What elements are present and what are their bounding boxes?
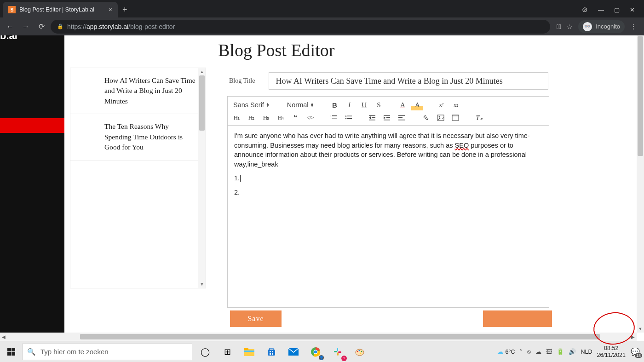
maximize-icon[interactable]: ▢: [614, 6, 620, 13]
font-size-select[interactable]: Normal ▲▼: [284, 101, 317, 109]
editor-content[interactable]: I'm sure anyone who has ever had to writ…: [228, 126, 549, 307]
font-family-select[interactable]: Sans Serif ▲▼: [230, 101, 272, 109]
text-color-button[interactable]: A: [397, 99, 408, 110]
svg-point-41: [357, 351, 358, 352]
underline-button[interactable]: U: [358, 99, 370, 110]
indent-button[interactable]: [381, 112, 393, 123]
minimize-icon[interactable]: —: [598, 6, 604, 13]
url-input[interactable]: 🔒 https://app.storylab.ai/blog-post-edit…: [51, 20, 550, 34]
input-lang-indicator[interactable]: NLD: [581, 349, 592, 355]
url-path: /blog-post-editor: [128, 23, 175, 30]
app-sidebar: b.ai uns or lline iption ine: [0, 35, 64, 341]
sidebar-item-active[interactable]: uns: [0, 118, 64, 133]
battery-saver-icon[interactable]: ⎋: [527, 348, 531, 355]
mail-icon[interactable]: [284, 343, 303, 361]
close-window-icon[interactable]: ✕: [630, 6, 635, 13]
sidebar-item[interactable]: iption: [0, 266, 64, 281]
close-tab-icon[interactable]: ×: [109, 6, 112, 13]
h2-button[interactable]: H₂: [245, 112, 257, 123]
search-icon: 🔍: [27, 348, 36, 356]
highlight-button[interactable]: A: [411, 99, 423, 110]
onedrive-icon[interactable]: ☁: [535, 348, 541, 355]
svg-rect-1: [332, 115, 337, 116]
cortana-icon[interactable]: ◯: [196, 343, 214, 361]
svg-rect-15: [384, 120, 390, 121]
back-button[interactable]: ←: [4, 20, 17, 33]
incognito-indicator[interactable]: 👓 Incognito: [578, 20, 625, 33]
scroll-right-icon[interactable]: ▶: [629, 333, 637, 341]
svg-rect-12: [384, 115, 390, 116]
strikethrough-button[interactable]: S: [373, 99, 385, 110]
start-button[interactable]: [0, 341, 22, 362]
task-view-icon[interactable]: ⊞: [218, 343, 236, 361]
kebab-menu-icon[interactable]: ⋮: [630, 23, 637, 30]
image-button[interactable]: [435, 112, 447, 123]
browser-tab[interactable]: S Blog Post Editor | StoryLab.ai ×: [3, 2, 118, 17]
eye-off-icon[interactable]: 👁̸: [557, 23, 561, 30]
new-tab-button[interactable]: +: [118, 2, 132, 17]
svg-rect-23: [244, 349, 254, 356]
blockquote-button[interactable]: ❝: [289, 112, 301, 123]
h1-button[interactable]: H₁: [230, 112, 242, 123]
chevron-up-icon[interactable]: ˄: [519, 348, 523, 355]
save-button[interactable]: Save: [230, 310, 282, 327]
align-button[interactable]: [396, 112, 408, 123]
outline-list-panel: How AI Writers Can Save Time and Write a…: [70, 68, 206, 288]
scroll-thumb[interactable]: [80, 334, 600, 339]
star-icon[interactable]: ☆: [567, 23, 573, 30]
horizontal-scrollbar[interactable]: ◀ ▶: [0, 333, 637, 341]
action-center-icon[interactable]: 💬18: [630, 347, 640, 357]
scroll-up-icon[interactable]: ▲: [198, 68, 206, 75]
svg-point-6: [345, 118, 347, 120]
scroll-down-icon[interactable]: ▼: [637, 325, 644, 333]
link-button[interactable]: [420, 112, 432, 123]
svg-rect-36: [337, 348, 338, 351]
paint-icon[interactable]: [351, 343, 369, 361]
svg-rect-18: [398, 120, 405, 121]
outline-scrollbar[interactable]: ▲ ▼: [198, 68, 206, 288]
bold-button[interactable]: B: [328, 99, 340, 110]
taskbar-search[interactable]: 🔍 Typ hier om te zoeken: [22, 344, 192, 360]
taskbar-pinned-apps: ◯ ⊞ 👤 1: [196, 343, 369, 361]
volume-icon[interactable]: 🔊: [569, 348, 576, 355]
outline-item[interactable]: The Ten Reasons Why Spending Time Outdoo…: [70, 114, 206, 160]
reload-button[interactable]: ⟳: [35, 20, 48, 33]
clear-format-button[interactable]: Tₓ: [473, 112, 485, 123]
ms-store-icon[interactable]: [262, 343, 281, 361]
scroll-thumb[interactable]: [199, 75, 205, 131]
outdent-button[interactable]: [367, 112, 379, 123]
outline-item[interactable]: How AI Writers Can Save Time and Write a…: [70, 68, 206, 114]
vertical-scrollbar[interactable]: ▲ ▼: [637, 35, 644, 333]
weather-widget[interactable]: ☁ 6°C: [497, 348, 515, 355]
chrome-icon[interactable]: 👤: [306, 343, 325, 361]
subscript-button[interactable]: x₂: [450, 99, 462, 110]
svg-rect-27: [270, 348, 273, 350]
scroll-left-icon[interactable]: ◀: [0, 333, 7, 341]
code-block-button[interactable]: </>: [304, 112, 316, 123]
scroll-down-icon[interactable]: ▼: [198, 281, 206, 288]
update-icon[interactable]: 🖼: [546, 348, 552, 355]
svg-rect-10: [372, 117, 375, 118]
superscript-button[interactable]: x²: [435, 99, 447, 110]
blog-title-row: Blog Title How AI Writers Can Save Time …: [229, 72, 548, 90]
blog-title-input[interactable]: How AI Writers Can Save Time and Write a…: [269, 72, 548, 90]
url-host: app.storylab.ai: [86, 23, 128, 30]
scroll-thumb[interactable]: [638, 36, 643, 156]
italic-button[interactable]: I: [343, 99, 355, 110]
blog-title-label: Blog Title: [229, 77, 255, 85]
forward-button[interactable]: →: [19, 20, 32, 33]
video-button[interactable]: [449, 112, 461, 123]
sidebar-item[interactable]: lline: [0, 252, 64, 266]
file-explorer-icon[interactable]: [240, 343, 259, 361]
sidebar-item[interactable]: ine: [0, 281, 64, 296]
shield-icon[interactable]: ⊘: [582, 6, 588, 14]
ordered-list-button[interactable]: 12: [328, 112, 340, 123]
unordered-list-button[interactable]: [343, 112, 355, 123]
clock[interactable]: 08:52 26/11/2021: [597, 345, 626, 358]
battery-icon[interactable]: 🔋: [557, 348, 564, 355]
slack-icon[interactable]: 1: [328, 343, 347, 361]
h3-button[interactable]: H₃: [260, 112, 272, 123]
h4-button[interactable]: H₄: [275, 112, 287, 123]
secondary-button[interactable]: [483, 310, 552, 327]
sidebar-item[interactable]: or: [0, 143, 64, 158]
